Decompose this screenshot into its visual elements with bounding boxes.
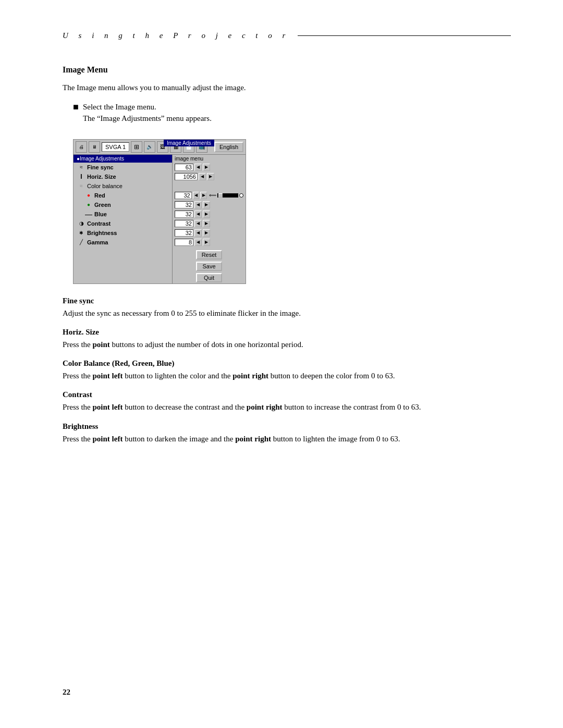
fine-sync-text: Adjust the sync as necessary from 0 to 2… <box>63 307 511 319</box>
color-balance-row: ≈ Color balance <box>74 181 172 191</box>
color-balance-bold2: point right <box>232 372 268 380</box>
green-left-arrow[interactable]: ◀ <box>194 201 202 208</box>
brightness-icon: ✱ <box>78 229 85 237</box>
menu-screenshot: Image Adjustments 🖨 🖥 SVGA 1 ⊞ 🔊 🖼 ▦ 📄 📺… <box>73 139 246 284</box>
color-balance-icon: ≈ <box>78 182 85 190</box>
contrast-icon: ◑ <box>78 220 85 227</box>
blue-value-row: 32 ◀ ▶ <box>173 209 246 219</box>
btn-spacer <box>173 247 246 249</box>
red-value-row: 32 ◀ ▶ ⟸ <box>173 191 246 200</box>
menu-left-panel: ●Image Adjustments ≈ Fine sync I Horiz. … <box>74 155 173 283</box>
green-value: 32 <box>175 201 193 208</box>
menu-item-gamma[interactable]: ╱ Gamma <box>74 238 172 247</box>
red-right-arrow[interactable]: ▶ <box>200 192 207 199</box>
fine-sync-value-row: 63 ◀ ▶ <box>173 163 246 172</box>
fine-sync-icon: ≈ <box>78 164 85 171</box>
image-menu-label: image menu <box>173 155 246 163</box>
page-header: U s i n g t h e P r o j e c t o r <box>63 31 511 44</box>
fine-sync-label: Fine sync <box>87 164 170 170</box>
subsection-contrast: Contrast Press the point left button to … <box>63 390 511 413</box>
printer-icon[interactable]: 🖨 <box>76 141 87 153</box>
red-label: Red <box>94 192 170 199</box>
header-title: U s i n g t h e P r o j e c t o r <box>63 31 289 40</box>
fine-sync-left-arrow[interactable]: ◀ <box>194 164 202 171</box>
brightness-left-arrow[interactable]: ◀ <box>194 229 202 237</box>
save-button[interactable]: Save <box>196 262 222 271</box>
menu-item-red[interactable]: ● Red <box>74 191 172 200</box>
horiz-size-value-row: 1056 ◀ ▶ <box>173 172 246 181</box>
contrast-title: Contrast <box>63 390 511 399</box>
menu-panel-header: ●Image Adjustments <box>74 155 172 163</box>
contrast-left-arrow[interactable]: ◀ <box>194 220 202 227</box>
red-slider[interactable] <box>217 193 243 198</box>
step-instruction: ■ Select the Image menu. The “Image Adju… <box>73 101 511 125</box>
menu-body: ●Image Adjustments ≈ Fine sync I Horiz. … <box>74 155 246 283</box>
fine-sync-right-arrow[interactable]: ▶ <box>203 164 210 171</box>
grid-icon[interactable]: ⊞ <box>131 141 142 153</box>
page-number: 22 <box>63 688 70 697</box>
brightness-right-arrow[interactable]: ▶ <box>203 229 210 237</box>
blue-value: 32 <box>175 211 193 218</box>
horiz-size-value: 1056 <box>175 173 198 180</box>
gamma-icon: ╱ <box>78 239 85 246</box>
horiz-right-arrow[interactable]: ▶ <box>207 173 214 180</box>
gamma-value: 8 <box>175 239 193 246</box>
blue-right-arrow[interactable]: ▶ <box>203 211 210 218</box>
contrast-value: 32 <box>175 220 193 227</box>
color-balance-label-text: Color balance <box>87 183 123 189</box>
color-balance-spacer <box>173 181 246 191</box>
horiz-left-arrow[interactable]: ◀ <box>199 173 206 180</box>
green-right-arrow[interactable]: ▶ <box>203 201 210 208</box>
contrast-right-arrow[interactable]: ▶ <box>203 220 210 227</box>
brightness-value: 32 <box>175 229 193 237</box>
svga-dropdown[interactable]: SVGA 1 <box>102 142 129 152</box>
menu-item-green[interactable]: ● Green <box>74 200 172 209</box>
reset-button[interactable]: Reset <box>196 250 222 260</box>
color-balance-title: Color Balance (Red, Green, Blue) <box>63 359 511 368</box>
horiz-size-text: Press the point buttons to adjust the nu… <box>63 339 511 351</box>
section-title: Image Menu <box>63 65 511 75</box>
subsection-brightness: Brightness Press the point left button t… <box>63 422 511 445</box>
gamma-left-arrow[interactable]: ◀ <box>194 239 202 246</box>
blue-icon: — <box>85 211 92 218</box>
monitor-icon[interactable]: 🖥 <box>89 141 100 153</box>
toolbar: Image Adjustments 🖨 🖥 SVGA 1 ⊞ 🔊 🖼 ▦ 📄 📺… <box>74 140 246 155</box>
contrast-text: Press the point left button to decrease … <box>63 401 511 413</box>
subsection-color-balance: Color Balance (Red, Green, Blue) Press t… <box>63 359 511 382</box>
step-bullet: ■ <box>73 101 79 113</box>
intro-text: The Image menu allows you to manually ad… <box>63 82 511 94</box>
gamma-value-row: 8 ◀ ▶ <box>173 238 246 247</box>
menu-item-fine-sync[interactable]: ≈ Fine sync <box>74 163 172 172</box>
english-button[interactable]: English <box>214 142 243 152</box>
brightness-bold1: point left <box>93 435 123 443</box>
green-value-row: 32 ◀ ▶ <box>173 200 246 209</box>
contrast-bold1: point left <box>93 403 123 411</box>
red-left-arrow[interactable]: ◀ <box>193 192 200 199</box>
slider-circle <box>239 193 243 198</box>
menu-item-brightness[interactable]: ✱ Brightness <box>74 228 172 238</box>
horiz-bold1: point <box>93 340 110 349</box>
red-slider-indicator: ⟸ <box>209 192 216 198</box>
brightness-title: Brightness <box>63 422 511 431</box>
contrast-bold2: point right <box>247 403 283 411</box>
brightness-label: Brightness <box>87 230 170 236</box>
horiz-size-icon: I <box>78 173 85 180</box>
slider-thumb <box>218 193 223 198</box>
quit-button[interactable]: Quit <box>196 273 222 282</box>
menu-item-blue[interactable]: — Blue <box>74 209 172 219</box>
gamma-label: Gamma <box>87 239 170 245</box>
step-text: Select the Image menu. The “Image Adjust… <box>83 101 212 125</box>
menu-item-horiz-size[interactable]: I Horiz. Size <box>74 172 172 181</box>
green-icon: ● <box>85 201 92 208</box>
subsection-fine-sync: Fine sync Adjust the sync as necessary f… <box>63 297 511 319</box>
fine-sync-value: 63 <box>175 164 193 171</box>
red-value: 32 <box>175 192 192 199</box>
gamma-right-arrow[interactable]: ▶ <box>203 239 210 246</box>
contrast-value-row: 32 ◀ ▶ <box>173 219 246 228</box>
fine-sync-title: Fine sync <box>63 297 511 305</box>
color-balance-bold1: point left <box>93 372 123 380</box>
menu-item-contrast[interactable]: ◑ Contrast <box>74 219 172 228</box>
blue-left-arrow[interactable]: ◀ <box>194 211 202 218</box>
speaker-icon[interactable]: 🔊 <box>144 141 155 153</box>
blue-label: Blue <box>94 211 170 217</box>
